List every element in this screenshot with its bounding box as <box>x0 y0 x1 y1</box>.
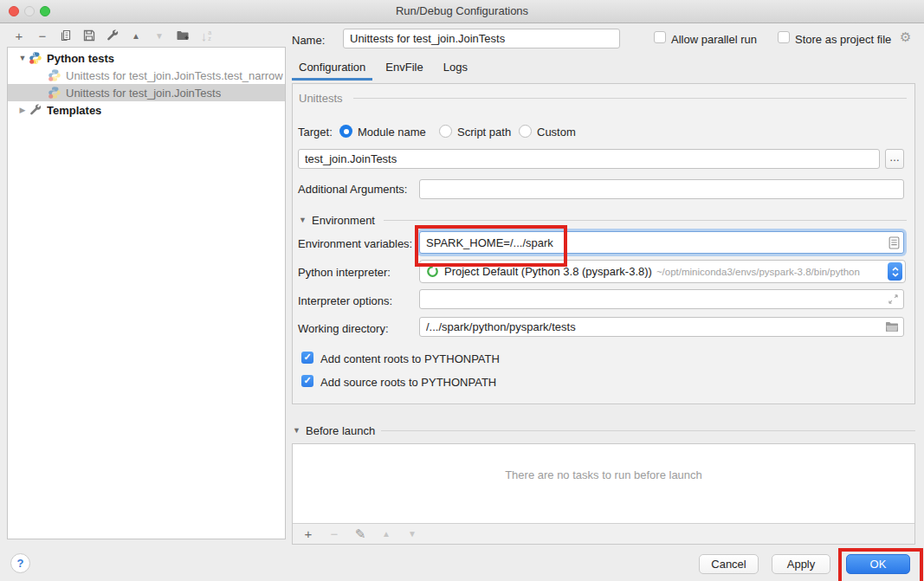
section-divider <box>384 220 907 221</box>
down-triangle-icon: ▼ <box>155 31 164 41</box>
tree-item-jointests-selected[interactable]: Unittests for test_join.JoinTests <box>8 84 285 101</box>
move-up-button[interactable]: ▲ <box>128 27 144 44</box>
tab-configuration[interactable]: Configuration <box>292 57 372 79</box>
working-directory-input[interactable] <box>419 317 904 337</box>
radio-custom[interactable] <box>519 125 532 138</box>
wrench-icon <box>106 29 120 42</box>
new-folder-button[interactable] <box>175 27 191 44</box>
section-divider <box>353 98 907 99</box>
plus-icon: + <box>305 526 313 541</box>
tab-envfile[interactable]: EnvFile <box>378 57 430 79</box>
configurations-tree: ▼ Python tests Unittests for test_join.J… <box>7 47 286 539</box>
tab-logs[interactable]: Logs <box>436 57 475 79</box>
copy-icon <box>59 29 73 42</box>
source-roots-checkbox[interactable] <box>301 375 313 387</box>
move-task-up-button[interactable]: ▲ <box>378 526 394 542</box>
gear-icon[interactable]: ⚙ <box>900 29 911 45</box>
minus-icon: − <box>39 29 47 43</box>
target-label: Target: <box>298 126 333 139</box>
allow-parallel-run-checkbox[interactable] <box>654 31 666 43</box>
name-label: Name: <box>292 34 325 47</box>
browse-module-button[interactable]: … <box>885 149 904 169</box>
python-interpreter-label: Python interpreter: <box>298 266 391 279</box>
python-tests-icon <box>29 51 42 65</box>
tree-item-templates[interactable]: ▶ Templates <box>8 101 285 119</box>
expand-field-icon[interactable] <box>888 294 899 305</box>
add-configuration-button[interactable]: + <box>11 27 27 44</box>
conda-env-icon <box>426 265 439 278</box>
cancel-button[interactable]: Cancel <box>699 554 759 574</box>
env-vars-browse-icon[interactable] <box>888 236 900 249</box>
edit-task-button[interactable]: ✎ <box>352 526 368 542</box>
tree-item-label: Unittests for test_join.JoinTests <box>66 87 221 100</box>
expanded-caret-icon[interactable]: ▼ <box>16 54 29 62</box>
run-debug-configurations-dialog: Run/Debug Configurations + − ▲ ▼ ↓ az ▼ <box>0 0 924 581</box>
tree-item-python-tests[interactable]: ▼ Python tests <box>8 49 285 67</box>
allow-parallel-run-label: Allow parallel run <box>671 33 757 46</box>
content-roots-checkbox[interactable] <box>301 352 313 364</box>
module-name-input[interactable] <box>298 149 880 169</box>
templates-wrench-icon <box>29 103 42 117</box>
tree-item-label: Unittests for test_join.JoinTests.test_n… <box>66 69 283 82</box>
tree-item-test-narrow[interactable]: Unittests for test_join.JoinTests.test_n… <box>8 67 285 84</box>
before-launch-empty-message: There are no tasks to run before launch <box>293 468 914 481</box>
interpreter-options-label: Interpreter options: <box>298 294 392 307</box>
radio-module-name[interactable] <box>339 125 352 138</box>
environment-variables-input[interactable] <box>419 231 904 254</box>
select-stepper-icon[interactable] <box>888 262 902 281</box>
copy-configuration-button[interactable] <box>58 27 74 44</box>
working-directory-label: Working directory: <box>298 322 389 335</box>
python-interpreter-select[interactable]: Project Default (Python 3.8 (pyspark-3.8… <box>419 260 906 283</box>
up-triangle-icon: ▲ <box>132 31 140 41</box>
remove-task-button[interactable]: − <box>326 526 342 542</box>
move-task-down-button[interactable]: ▼ <box>404 526 420 542</box>
down-triangle-icon: ▼ <box>408 529 417 539</box>
folder-add-icon <box>176 29 190 42</box>
radio-custom-label[interactable]: Custom <box>537 126 576 139</box>
collapse-environment-icon[interactable]: ▼ <box>299 216 307 224</box>
collapsed-caret-icon[interactable]: ▶ <box>16 106 29 114</box>
titlebar: Run/Debug Configurations <box>0 0 924 23</box>
python-test-icon <box>48 86 61 100</box>
radio-script-path-label[interactable]: Script path <box>457 126 511 139</box>
add-task-button[interactable]: + <box>300 526 316 542</box>
apply-button[interactable]: Apply <box>772 554 830 574</box>
minus-icon: − <box>331 526 339 541</box>
additional-arguments-label: Additional Arguments: <box>298 183 407 196</box>
up-triangle-icon: ▲ <box>382 529 391 539</box>
before-launch-toolbar: + − ✎ ▲ ▼ <box>293 523 914 544</box>
edit-templates-button[interactable] <box>105 27 120 44</box>
interpreter-options-input[interactable] <box>419 289 904 309</box>
move-down-button[interactable]: ▼ <box>152 27 167 44</box>
folder-icon[interactable] <box>885 321 899 332</box>
save-configuration-button[interactable] <box>81 27 97 44</box>
radio-module-name-label[interactable]: Module name <box>358 126 426 139</box>
remove-configuration-button[interactable]: − <box>35 27 50 44</box>
minimize-window-button[interactable] <box>24 6 35 16</box>
window-title: Run/Debug Configurations <box>0 0 924 23</box>
additional-arguments-input[interactable] <box>419 179 904 199</box>
ok-button[interactable]: OK <box>846 554 910 574</box>
collapse-before-launch-icon[interactable]: ▼ <box>293 426 300 435</box>
config-tabs: Configuration EnvFile Logs <box>292 57 481 79</box>
store-as-project-file-checkbox[interactable] <box>778 31 790 43</box>
configurations-toolbar: + − ▲ ▼ ↓ az <box>11 26 214 45</box>
before-launch-panel: There are no tasks to run before launch … <box>292 443 915 545</box>
zoom-window-button[interactable] <box>40 6 50 16</box>
environment-variables-label: Environment variables: <box>298 237 412 250</box>
content-roots-label[interactable]: Add content roots to PYTHONPATH <box>320 352 500 365</box>
environment-section-label[interactable]: Environment <box>312 214 375 227</box>
tree-item-label: Python tests <box>47 52 114 65</box>
save-icon <box>82 29 96 42</box>
radio-script-path[interactable] <box>439 125 452 138</box>
name-input[interactable] <box>343 29 620 48</box>
close-window-button[interactable] <box>9 6 19 16</box>
plus-icon: + <box>16 29 23 43</box>
help-button[interactable]: ? <box>10 553 30 573</box>
interpreter-value: Project Default (Python 3.8 (pyspark-3.8… <box>444 265 652 278</box>
interpreter-path: ~/opt/miniconda3/envs/pyspark-3.8/bin/py… <box>656 267 884 277</box>
sort-configurations-button[interactable]: ↓ az <box>198 27 214 44</box>
python-test-icon <box>48 68 61 82</box>
before-launch-section-label[interactable]: Before launch <box>306 424 375 437</box>
source-roots-label[interactable]: Add source roots to PYTHONPATH <box>320 376 496 389</box>
